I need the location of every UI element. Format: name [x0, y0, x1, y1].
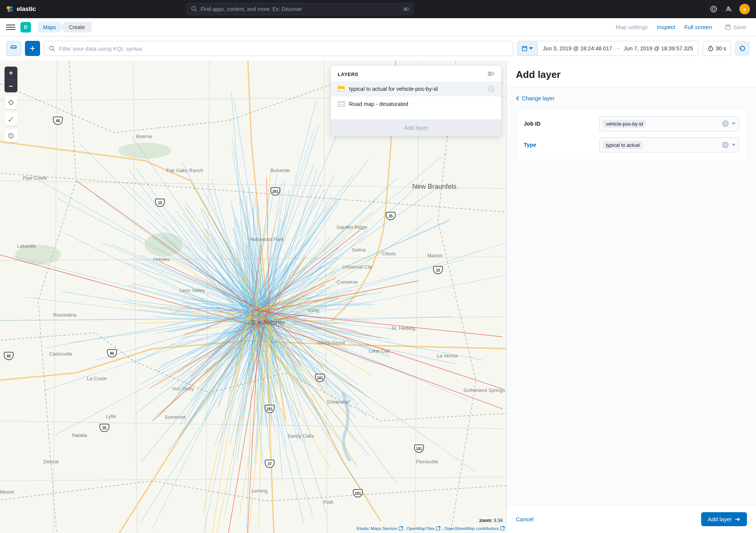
elastic-logo-icon: [6, 5, 14, 13]
timeslider-button[interactable]: [5, 129, 17, 142]
svg-rect-15: [522, 47, 527, 51]
brand-logo[interactable]: elastic: [6, 5, 36, 13]
svg-point-25: [118, 143, 171, 159]
confirm-add-layer-button[interactable]: Add layer: [701, 512, 747, 526]
date-range-picker[interactable]: Jun 3, 2019 @ 18:24:48.017 → Jun 7, 2019…: [517, 41, 699, 56]
save-label: Save: [733, 24, 746, 30]
global-search[interactable]: ⌘/: [187, 3, 414, 15]
svg-point-0: [7, 6, 10, 9]
plus-icon: [8, 70, 14, 76]
kql-input[interactable]: [59, 45, 508, 52]
zoom-indicator: zoom: 9.34: [479, 518, 503, 523]
collapse-icon[interactable]: [487, 71, 494, 78]
refresh-interval-button[interactable]: 30 s: [703, 41, 731, 56]
attribution-ems[interactable]: Elastic Maps Service: [357, 526, 402, 531]
map-canvas[interactable]: Boerne Pipe Creek Lakehills Fair Oaks Ra…: [0, 61, 506, 533]
nav-toggle-icon[interactable]: [6, 23, 15, 32]
inspect-link[interactable]: Inspect: [657, 24, 675, 30]
attribution-osm[interactable]: OpenStreetMap contributors: [444, 526, 504, 531]
arrow-right-icon: →: [615, 45, 621, 51]
chevron-left-icon: [516, 96, 520, 101]
plus-icon: [29, 45, 36, 51]
panel-footer: Cancel Add layer: [507, 505, 756, 533]
map-controls: [5, 67, 17, 142]
svg-line-5: [195, 10, 197, 11]
stopwatch-icon: [708, 45, 714, 51]
layer-item[interactable]: typical to actual for vehicle-pos-by-id: [331, 81, 501, 96]
svg-point-3: [10, 9, 12, 12]
chevron-down-icon[interactable]: [732, 144, 736, 146]
svg-point-24: [15, 245, 61, 265]
newsfeed-icon[interactable]: [724, 5, 733, 14]
job-id-combobox[interactable]: vehicle-pos-by-id ✕: [599, 116, 739, 131]
layer-config-panel: Add layer Change layer Job ID vehicle-po…: [506, 61, 756, 533]
date-from: Jun 3, 2019 @ 18:24:48.017: [543, 45, 612, 51]
svg-point-1: [10, 6, 12, 9]
global-header: elastic ⌘/ e: [0, 0, 756, 18]
add-layer-button-disabled: Add layer: [331, 119, 501, 136]
calendar-icon: [522, 45, 528, 51]
clear-icon[interactable]: ✕: [722, 141, 729, 148]
draw-tool-button[interactable]: [5, 113, 17, 126]
help-icon[interactable]: [709, 5, 718, 14]
layer-label: Road map - desaturated: [349, 101, 408, 107]
save-icon: [725, 24, 731, 30]
layer-swatch-icon: [338, 86, 345, 92]
refresh-button[interactable]: [735, 41, 750, 56]
main-content: Boerne Pipe Creek Lakehills Fair Oaks Ra…: [0, 61, 756, 533]
time-aware-icon: [488, 86, 494, 92]
zoom-in-button[interactable]: [5, 67, 17, 79]
zoom-out-button[interactable]: [5, 79, 17, 92]
layer-label: typical to actual for vehicle-pos-by-id: [349, 86, 438, 92]
breadcrumb: Maps Create: [38, 22, 92, 33]
type-label[interactable]: Type: [524, 142, 599, 148]
date-range-display[interactable]: Jun 3, 2019 @ 18:24:48.017 → Jun 7, 2019…: [538, 45, 699, 51]
layer-item[interactable]: Road map - desaturated: [331, 96, 501, 112]
type-combobox[interactable]: typical to actual ✕: [599, 137, 739, 152]
job-id-row: Job ID vehicle-pos-by-id ✕: [524, 116, 739, 131]
search-shortcut: ⌘/: [403, 6, 410, 12]
change-layer-label: Change layer: [522, 95, 554, 101]
cancel-button[interactable]: Cancel: [516, 516, 534, 522]
panel-body: Change layer Job ID vehicle-pos-by-id ✕: [507, 88, 756, 505]
fullscreen-link[interactable]: Full screen: [684, 24, 712, 30]
chevron-down-icon[interactable]: [732, 123, 736, 125]
filter-toggle-button[interactable]: [6, 41, 21, 56]
global-search-input[interactable]: [201, 6, 399, 12]
crosshair-icon: [8, 99, 14, 106]
change-layer-link[interactable]: Change layer: [516, 95, 747, 101]
arrow-right-icon: [735, 517, 740, 522]
date-to: Jun 7, 2019 @ 18:39:57.325: [624, 45, 693, 51]
chevron-down-icon: [529, 47, 533, 50]
breadcrumb-maps[interactable]: Maps: [38, 22, 63, 33]
user-avatar[interactable]: e: [739, 4, 750, 14]
minus-icon: [8, 84, 14, 89]
svg-point-10: [11, 46, 16, 48]
external-link-icon: [399, 527, 402, 530]
refresh-icon: [739, 45, 746, 52]
add-filter-button[interactable]: [25, 41, 40, 56]
fit-bounds-button[interactable]: [5, 96, 17, 109]
svg-point-7: [712, 8, 715, 11]
svg-rect-9: [727, 25, 729, 26]
filter-icon: [10, 45, 17, 52]
confirm-label: Add layer: [708, 516, 732, 522]
svg-point-545: [9, 101, 13, 104]
calendar-button[interactable]: [517, 41, 538, 56]
job-id-label: Job ID: [524, 121, 599, 127]
space-selector[interactable]: D: [20, 22, 31, 33]
search-icon: [191, 6, 197, 13]
panel-title: Add layer: [507, 61, 756, 88]
kql-filter[interactable]: [44, 41, 513, 56]
svg-point-23: [145, 233, 183, 257]
layers-header: LAYERS: [331, 66, 501, 81]
header-actions: e: [709, 4, 750, 14]
svg-point-6: [711, 6, 717, 12]
save-button[interactable]: Save: [721, 22, 750, 33]
clear-icon[interactable]: ✕: [722, 120, 729, 127]
breadcrumb-create: Create: [61, 22, 92, 33]
interval-value: 30 s: [716, 45, 726, 51]
attribution-omt[interactable]: OpenMapTiles: [407, 526, 440, 531]
map-settings-link[interactable]: Map settings: [616, 24, 648, 30]
svg-line-14: [53, 50, 54, 51]
